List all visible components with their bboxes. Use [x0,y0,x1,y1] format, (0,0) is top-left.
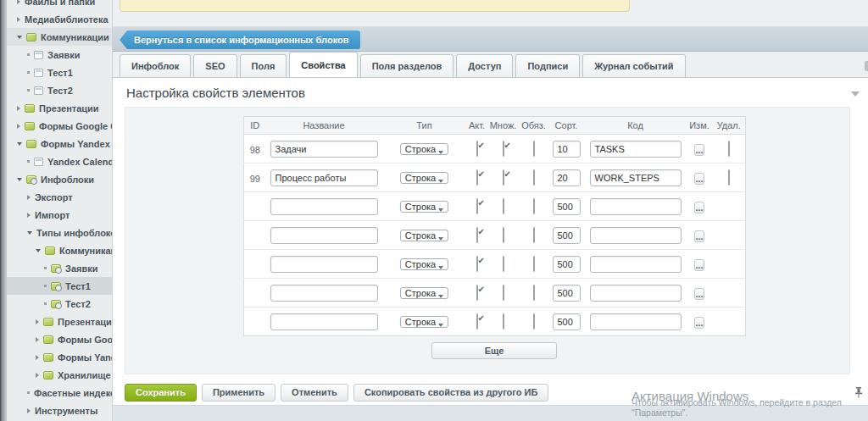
sidebar-item[interactable]: Тест1 [7,277,112,295]
type-select[interactable]: Строка [400,172,448,184]
type-select[interactable]: Строка [400,258,448,270]
delete-checkbox[interactable] [728,141,730,157]
active-checkbox[interactable] [476,198,478,214]
code-input[interactable]: WORK_STEPS [590,169,682,186]
code-input[interactable] [590,285,682,302]
sidebar-item[interactable]: Тест2 [7,295,112,313]
sidebar-item[interactable]: Экспорт [7,188,112,206]
pin-icon[interactable] [854,387,863,398]
save-button[interactable]: Сохранить [125,384,197,402]
sort-input[interactable]: 500 [553,313,581,330]
sidebar-item[interactable]: Заявки [7,46,112,64]
name-input[interactable] [270,198,378,215]
sort-input[interactable]: 500 [553,256,581,273]
tab-журнал-событий[interactable]: Журнал событий [582,54,685,77]
sidebar-item[interactable]: Инструменты [7,402,112,419]
multiple-checkbox[interactable] [503,169,504,186]
multiple-checkbox[interactable] [503,198,504,214]
tab-подписи[interactable]: Подписи [515,54,580,77]
required-checkbox[interactable] [533,227,535,243]
multiple-checkbox[interactable] [503,285,504,301]
tab-свойства[interactable]: Свойства [289,52,357,77]
type-select[interactable]: Строка [400,287,448,299]
name-input[interactable] [270,285,378,302]
sort-input[interactable]: 500 [553,198,581,215]
edit-settings-button[interactable]: ... [694,144,704,156]
code-input[interactable] [590,256,682,273]
tab-seo[interactable]: SEO [193,54,236,77]
multiple-checkbox[interactable] [503,141,504,157]
multiple-checkbox[interactable] [503,313,504,330]
edit-settings-button[interactable]: ... [694,173,704,185]
sidebar-item[interactable]: Заявки [7,259,112,277]
required-checkbox[interactable] [533,256,535,272]
sidebar-item[interactable]: Хранилище данных [7,366,112,384]
more-rows-button[interactable]: Еще [431,342,557,359]
sidebar-item[interactable]: Презентации [7,313,112,330]
active-checkbox[interactable] [476,285,478,301]
sidebar-item[interactable]: Формы Google Calendar [7,117,112,135]
edit-settings-button[interactable]: ... [694,202,704,213]
name-input[interactable] [270,227,378,244]
required-checkbox[interactable] [533,141,535,157]
required-checkbox[interactable] [533,285,535,301]
settings-icon-partial[interactable] [865,61,868,71]
active-checkbox[interactable] [476,141,478,157]
active-checkbox[interactable] [476,313,478,330]
edit-settings-button[interactable]: ... [694,288,704,300]
sidebar-item[interactable]: Фасетные индексы [7,384,112,402]
multiple-checkbox[interactable] [503,227,504,243]
sidebar-item[interactable]: Тест1 [7,64,112,81]
edit-settings-button[interactable]: ... [694,259,704,271]
type-select[interactable]: Строка [400,230,448,241]
sidebar-item[interactable]: Презентации [7,99,112,117]
sidebar-item[interactable]: Формы Yandex Calendar [7,135,112,152]
apply-button[interactable]: Применить [202,384,275,402]
cancel-button[interactable]: Отменить [281,384,348,402]
tab-инфоблок[interactable]: Инфоблок [120,54,191,77]
name-input[interactable]: Задачи [270,141,378,158]
required-checkbox[interactable] [533,313,535,330]
sort-input[interactable]: 20 [553,169,581,186]
name-input[interactable]: Процесс работы [270,169,378,186]
tab-доступ[interactable]: Доступ [456,54,513,77]
sidebar-item[interactable]: Импорт [7,206,112,224]
sidebar-item[interactable]: Коммуникации [7,241,112,259]
sort-input[interactable]: 500 [553,285,581,302]
code-input[interactable] [590,198,682,215]
delete-checkbox[interactable] [728,169,730,186]
type-select[interactable]: Строка [400,316,448,328]
edit-settings-button[interactable]: ... [694,230,704,242]
back-to-list-button[interactable]: Вернуться в список информационных блоков [120,30,360,49]
code-input[interactable]: TASKS [590,141,682,158]
name-input[interactable] [270,313,378,330]
sidebar-item[interactable]: Файлы и папки [7,0,112,10]
sidebar-item[interactable]: Типы инфоблоков [7,224,112,241]
required-checkbox[interactable] [533,169,535,186]
sidebar-resize-handle[interactable] [0,0,7,421]
active-checkbox[interactable] [476,227,478,243]
collapse-section-icon[interactable] [851,91,860,97]
sidebar-item[interactable]: Коммуникации [7,28,112,46]
multiple-checkbox[interactable] [503,256,504,272]
name-input[interactable] [270,256,378,273]
code-input[interactable] [590,227,682,244]
sort-input[interactable]: 10 [553,141,581,158]
active-checkbox[interactable] [476,256,478,272]
sidebar-item[interactable]: Yandex Calendar Заявки [7,152,112,170]
edit-settings-button[interactable]: ... [694,317,704,329]
type-select[interactable]: Строка [400,201,448,213]
sidebar-item[interactable]: Медиабиблиотека [7,10,112,28]
sidebar-item[interactable]: Формы Google Cale [7,330,112,348]
sidebar-item[interactable]: Инфоблоки [7,170,112,188]
required-checkbox[interactable] [533,198,535,214]
sidebar-item[interactable]: Тест2 [7,81,112,99]
sort-input[interactable]: 500 [553,227,581,244]
type-select[interactable]: Строка [400,143,448,155]
code-input[interactable] [590,313,682,330]
tab-поля[interactable]: Поля [240,54,287,77]
sidebar-item[interactable]: Формы Yandex Cale [7,348,112,366]
active-checkbox[interactable] [476,169,478,186]
copy-properties-button[interactable]: Скопировать свойства из другого ИБ [353,384,548,402]
tab-поля-разделов[interactable]: Поля разделов [360,54,454,77]
